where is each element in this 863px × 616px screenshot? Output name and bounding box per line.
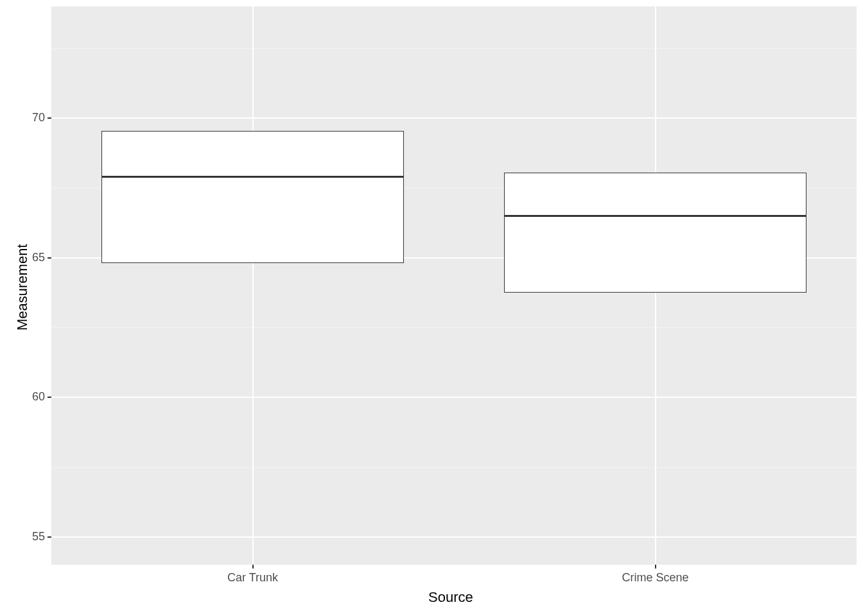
y-tick-label: 65 (32, 251, 45, 264)
box-1 (504, 173, 806, 293)
y-tick-mark (48, 117, 51, 119)
y-tick-mark (48, 397, 51, 398)
y-grid-minor (51, 48, 857, 49)
y-tick-label: 60 (32, 390, 45, 404)
x-grid-major (252, 6, 254, 565)
y-tick-label: 55 (32, 530, 45, 543)
median-0 (101, 176, 403, 178)
x-tick-label: Crime Scene (591, 571, 720, 585)
box-0 (101, 131, 403, 264)
boxplot-chart: 55606570Car TrunkCrime Scene Measurement… (0, 0, 863, 616)
y-tick-mark (48, 257, 51, 259)
y-grid-major (51, 536, 857, 538)
y-grid-major (51, 117, 857, 119)
y-axis-label: Measurement (14, 244, 31, 330)
y-tick-label: 70 (32, 111, 45, 124)
y-grid-minor (51, 467, 857, 468)
y-tick-mark (48, 536, 51, 538)
x-tick-mark (655, 565, 656, 569)
y-grid-major (51, 397, 857, 398)
x-tick-label: Car Trunk (189, 571, 317, 585)
median-1 (504, 215, 806, 217)
x-tick-mark (252, 565, 254, 569)
y-grid-minor (51, 327, 857, 328)
x-axis-label: Source (428, 589, 473, 606)
